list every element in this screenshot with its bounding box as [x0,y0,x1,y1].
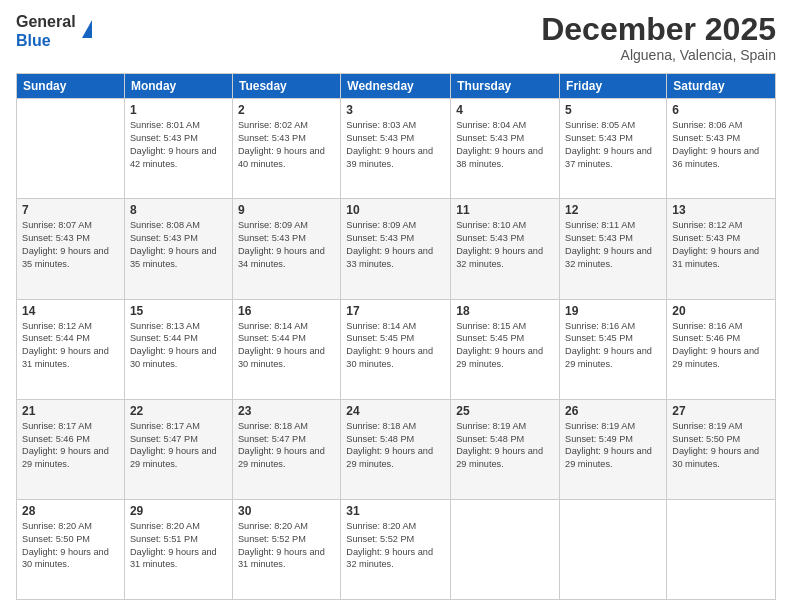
day-number: 5 [565,103,661,117]
day-info: Sunrise: 8:01 AM Sunset: 5:43 PM Dayligh… [130,119,227,171]
day-number: 3 [346,103,445,117]
day-info: Sunrise: 8:03 AM Sunset: 5:43 PM Dayligh… [346,119,445,171]
day-number: 14 [22,304,119,318]
table-row: 11 Sunrise: 8:10 AM Sunset: 5:43 PM Dayl… [451,199,560,299]
day-info: Sunrise: 8:08 AM Sunset: 5:43 PM Dayligh… [130,219,227,271]
day-info: Sunrise: 8:20 AM Sunset: 5:51 PM Dayligh… [130,520,227,572]
day-number: 4 [456,103,554,117]
table-row: 3 Sunrise: 8:03 AM Sunset: 5:43 PM Dayli… [341,99,451,199]
col-monday: Monday [124,74,232,99]
day-info: Sunrise: 8:19 AM Sunset: 5:48 PM Dayligh… [456,420,554,472]
title-block: December 2025 Alguena, Valencia, Spain [541,12,776,63]
day-info: Sunrise: 8:17 AM Sunset: 5:46 PM Dayligh… [22,420,119,472]
table-row: 29 Sunrise: 8:20 AM Sunset: 5:51 PM Dayl… [124,499,232,599]
day-info: Sunrise: 8:14 AM Sunset: 5:44 PM Dayligh… [238,320,335,372]
day-number: 11 [456,203,554,217]
table-row: 4 Sunrise: 8:04 AM Sunset: 5:43 PM Dayli… [451,99,560,199]
logo-triangle-icon [82,20,92,38]
table-row [560,499,667,599]
day-info: Sunrise: 8:16 AM Sunset: 5:46 PM Dayligh… [672,320,770,372]
day-number: 13 [672,203,770,217]
table-row: 6 Sunrise: 8:06 AM Sunset: 5:43 PM Dayli… [667,99,776,199]
day-number: 22 [130,404,227,418]
day-number: 21 [22,404,119,418]
calendar-header-row: Sunday Monday Tuesday Wednesday Thursday… [17,74,776,99]
day-info: Sunrise: 8:20 AM Sunset: 5:52 PM Dayligh… [238,520,335,572]
table-row: 24 Sunrise: 8:18 AM Sunset: 5:48 PM Dayl… [341,399,451,499]
day-number: 26 [565,404,661,418]
day-info: Sunrise: 8:09 AM Sunset: 5:43 PM Dayligh… [346,219,445,271]
day-number: 7 [22,203,119,217]
table-row: 5 Sunrise: 8:05 AM Sunset: 5:43 PM Dayli… [560,99,667,199]
main-title: December 2025 [541,12,776,47]
page: General Blue December 2025 Alguena, Vale… [0,0,792,612]
day-number: 18 [456,304,554,318]
day-number: 16 [238,304,335,318]
table-row: 23 Sunrise: 8:18 AM Sunset: 5:47 PM Dayl… [232,399,340,499]
day-number: 12 [565,203,661,217]
day-info: Sunrise: 8:18 AM Sunset: 5:48 PM Dayligh… [346,420,445,472]
table-row: 21 Sunrise: 8:17 AM Sunset: 5:46 PM Dayl… [17,399,125,499]
day-number: 29 [130,504,227,518]
table-row: 20 Sunrise: 8:16 AM Sunset: 5:46 PM Dayl… [667,299,776,399]
day-number: 28 [22,504,119,518]
table-row [451,499,560,599]
day-info: Sunrise: 8:07 AM Sunset: 5:43 PM Dayligh… [22,219,119,271]
subtitle: Alguena, Valencia, Spain [541,47,776,63]
day-info: Sunrise: 8:05 AM Sunset: 5:43 PM Dayligh… [565,119,661,171]
table-row [17,99,125,199]
table-row: 18 Sunrise: 8:15 AM Sunset: 5:45 PM Dayl… [451,299,560,399]
day-info: Sunrise: 8:09 AM Sunset: 5:43 PM Dayligh… [238,219,335,271]
table-row: 10 Sunrise: 8:09 AM Sunset: 5:43 PM Dayl… [341,199,451,299]
day-number: 30 [238,504,335,518]
day-number: 27 [672,404,770,418]
table-row: 27 Sunrise: 8:19 AM Sunset: 5:50 PM Dayl… [667,399,776,499]
day-number: 17 [346,304,445,318]
day-info: Sunrise: 8:04 AM Sunset: 5:43 PM Dayligh… [456,119,554,171]
day-number: 1 [130,103,227,117]
col-friday: Friday [560,74,667,99]
day-number: 8 [130,203,227,217]
table-row: 22 Sunrise: 8:17 AM Sunset: 5:47 PM Dayl… [124,399,232,499]
table-row: 28 Sunrise: 8:20 AM Sunset: 5:50 PM Dayl… [17,499,125,599]
day-info: Sunrise: 8:10 AM Sunset: 5:43 PM Dayligh… [456,219,554,271]
day-info: Sunrise: 8:13 AM Sunset: 5:44 PM Dayligh… [130,320,227,372]
table-row: 9 Sunrise: 8:09 AM Sunset: 5:43 PM Dayli… [232,199,340,299]
table-row: 15 Sunrise: 8:13 AM Sunset: 5:44 PM Dayl… [124,299,232,399]
table-row [667,499,776,599]
day-number: 24 [346,404,445,418]
table-row: 16 Sunrise: 8:14 AM Sunset: 5:44 PM Dayl… [232,299,340,399]
header: General Blue December 2025 Alguena, Vale… [16,12,776,63]
calendar-table: Sunday Monday Tuesday Wednesday Thursday… [16,73,776,600]
day-number: 10 [346,203,445,217]
day-number: 15 [130,304,227,318]
table-row: 17 Sunrise: 8:14 AM Sunset: 5:45 PM Dayl… [341,299,451,399]
day-number: 20 [672,304,770,318]
day-info: Sunrise: 8:16 AM Sunset: 5:45 PM Dayligh… [565,320,661,372]
table-row: 8 Sunrise: 8:08 AM Sunset: 5:43 PM Dayli… [124,199,232,299]
day-info: Sunrise: 8:15 AM Sunset: 5:45 PM Dayligh… [456,320,554,372]
logo-text: General Blue [16,12,76,50]
day-info: Sunrise: 8:12 AM Sunset: 5:43 PM Dayligh… [672,219,770,271]
col-sunday: Sunday [17,74,125,99]
day-info: Sunrise: 8:18 AM Sunset: 5:47 PM Dayligh… [238,420,335,472]
table-row: 25 Sunrise: 8:19 AM Sunset: 5:48 PM Dayl… [451,399,560,499]
day-number: 19 [565,304,661,318]
day-info: Sunrise: 8:12 AM Sunset: 5:44 PM Dayligh… [22,320,119,372]
table-row: 14 Sunrise: 8:12 AM Sunset: 5:44 PM Dayl… [17,299,125,399]
col-tuesday: Tuesday [232,74,340,99]
logo: General Blue [16,12,92,50]
day-number: 9 [238,203,335,217]
table-row: 1 Sunrise: 8:01 AM Sunset: 5:43 PM Dayli… [124,99,232,199]
table-row: 12 Sunrise: 8:11 AM Sunset: 5:43 PM Dayl… [560,199,667,299]
day-info: Sunrise: 8:19 AM Sunset: 5:49 PM Dayligh… [565,420,661,472]
day-info: Sunrise: 8:17 AM Sunset: 5:47 PM Dayligh… [130,420,227,472]
day-info: Sunrise: 8:19 AM Sunset: 5:50 PM Dayligh… [672,420,770,472]
table-row: 30 Sunrise: 8:20 AM Sunset: 5:52 PM Dayl… [232,499,340,599]
day-number: 2 [238,103,335,117]
day-info: Sunrise: 8:11 AM Sunset: 5:43 PM Dayligh… [565,219,661,271]
day-info: Sunrise: 8:02 AM Sunset: 5:43 PM Dayligh… [238,119,335,171]
day-number: 31 [346,504,445,518]
table-row: 2 Sunrise: 8:02 AM Sunset: 5:43 PM Dayli… [232,99,340,199]
day-number: 6 [672,103,770,117]
